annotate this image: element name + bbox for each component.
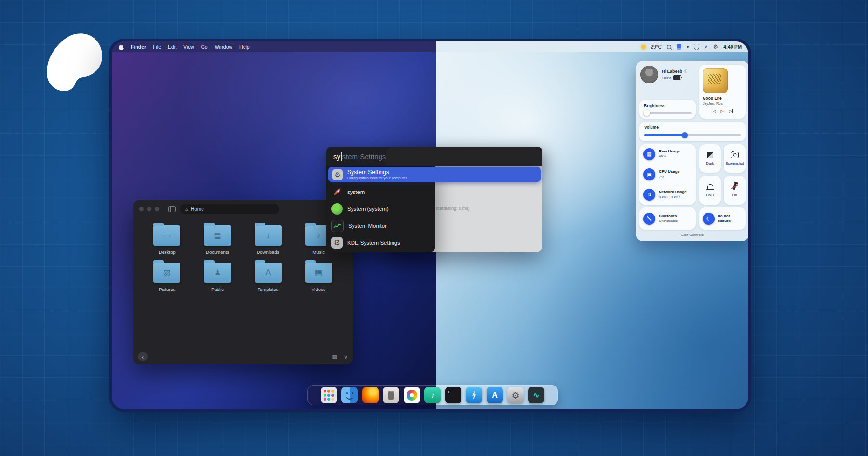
minimize-window-icon[interactable] (147, 207, 151, 211)
spotlight-search-input[interactable]: sy stem Settings (326, 147, 542, 166)
maximize-window-icon[interactable] (155, 207, 159, 211)
view-grid-icon[interactable]: ▦ (332, 354, 337, 360)
clock-label[interactable]: 4:40 PM (723, 44, 742, 50)
menu-view[interactable]: View (183, 44, 194, 50)
dnd-tile[interactable]: DND (699, 176, 721, 205)
menu-edit[interactable]: Edit (168, 44, 176, 50)
greeting-label: Hi Labeeb (662, 69, 682, 74)
folder-pictures[interactable]: Pictures (143, 263, 191, 292)
sort-chevron-icon[interactable]: ∨ (344, 354, 348, 360)
music-card: Good Life JayJen, Roa ◁ ▷ ▷ (699, 65, 746, 119)
brightness-knob[interactable] (643, 110, 650, 116)
file-manager-titlebar[interactable]: ⌂ Home (133, 200, 353, 218)
result-kde-system-settings[interactable]: ⚙ KDE System Settings (326, 234, 435, 251)
dock-finder-icon[interactable] (341, 387, 358, 403)
dnd-label: DND (706, 193, 714, 197)
settings-gear-icon[interactable]: ⚙ (713, 44, 718, 50)
torch-label: On (732, 193, 737, 197)
dark-mode-icon (707, 152, 713, 158)
chevron-down-icon[interactable]: ∨ (705, 45, 708, 49)
menu-help[interactable]: Help (239, 44, 250, 50)
folder-templates[interactable]: Templates (244, 263, 292, 292)
sidebar-toggle-icon[interactable] (168, 206, 176, 212)
brightness-slider[interactable] (644, 112, 692, 114)
result-system-dash[interactable]: system- (326, 183, 435, 200)
screenshot-tile[interactable]: Screenshot (724, 144, 746, 173)
volume-label: Volume (644, 125, 741, 130)
user-avatar[interactable] (640, 66, 658, 83)
do-not-disturb-icon: ☾ (703, 213, 715, 225)
recording-dot-icon[interactable] (687, 46, 689, 48)
security-shield-icon[interactable] (694, 44, 699, 50)
menu-bar-status: 29°C ∨ ⚙ 4:40 PM (641, 44, 742, 50)
volume-knob[interactable] (682, 132, 688, 138)
desktop-screen: Finder File Edit View Go Window Help 29°… (112, 41, 748, 409)
folder-documents[interactable]: Documents (193, 225, 242, 255)
dock: ♪ ›_ A ⚙ ∿ (307, 385, 558, 405)
dock-photos-icon[interactable] (404, 387, 420, 403)
menu-go[interactable]: Go (201, 44, 208, 50)
dock-archive-utility-icon[interactable] (383, 387, 399, 403)
moon-icon: ☾ (684, 69, 688, 74)
apple-menu-icon[interactable] (119, 44, 124, 50)
folder-public[interactable]: Public (193, 263, 242, 292)
search-icon[interactable] (667, 45, 671, 49)
torch-icon (732, 184, 736, 190)
result-system-system[interactable]: System (system) (326, 200, 435, 217)
edit-controls-link[interactable]: Edit Controls (639, 233, 746, 237)
folder-grid: Desktop Documents Downloads Music Pictur… (133, 218, 353, 349)
network-usage-stat[interactable]: ⇅ Network Usage 0 kB ↓, 0 kB ↑ (643, 189, 692, 201)
close-window-icon[interactable] (139, 207, 144, 211)
brightness-card: Brightness (639, 100, 696, 119)
dock-system-settings-icon[interactable]: ⚙ (507, 387, 524, 403)
home-icon: ⌂ (185, 207, 188, 212)
dock-music-icon[interactable]: ♪ (424, 387, 441, 403)
do-not-disturb-card[interactable]: ☾ Do not disturb (699, 207, 746, 230)
ram-usage-value: 46% (659, 154, 680, 159)
dock-terminal-icon[interactable]: ›_ (445, 387, 461, 403)
menu-bar-menus: Finder File Edit View Go Window Help (119, 44, 250, 50)
network-usage-value: 0 kB ↓, 0 kB ↑ (659, 195, 687, 200)
do-not-disturb-label: Do not disturb (718, 214, 742, 224)
bluetooth-card[interactable]: Bluetooth Unavailable (639, 207, 696, 230)
folder-icon (204, 225, 231, 246)
dock-text-editor-icon[interactable]: ∿ (528, 387, 544, 403)
folder-icon (255, 263, 282, 283)
dark-mode-tile[interactable]: Dark (699, 144, 721, 173)
file-manager-window: ⌂ Home Desktop Documents Downloads (133, 200, 353, 364)
folder-label: Downloads (257, 249, 279, 255)
folder-videos[interactable]: Videos (295, 263, 343, 292)
result-system-monitor[interactable]: System Monitor (326, 217, 435, 234)
cpu-usage-stat[interactable]: ▣ CPU Usage 7% (643, 168, 692, 180)
previous-track-icon[interactable]: ◁ (712, 109, 716, 113)
address-bar[interactable]: ⌂ Home (180, 204, 279, 214)
bluetooth-icon (643, 213, 655, 225)
dock-firefox-icon[interactable] (362, 387, 379, 403)
ram-usage-stat[interactable]: ▦ Ram Usage 46% (643, 148, 692, 160)
dock-app-store-icon[interactable]: A (487, 387, 503, 403)
result-system-settings-selected[interactable]: ⚙ System Settings Configuration tools fo… (328, 167, 541, 182)
menu-finder[interactable]: Finder (131, 44, 146, 50)
menu-window[interactable]: Window (215, 44, 232, 50)
dock-plasma-app-icon[interactable] (466, 387, 482, 403)
patreon-logo-icon (46, 33, 103, 107)
rocket-icon (331, 186, 343, 198)
folder-desktop[interactable]: Desktop (143, 225, 191, 255)
play-icon[interactable]: ▷ (721, 109, 724, 113)
album-art[interactable] (703, 68, 728, 93)
volume-fill (644, 134, 685, 136)
search-completion-text: stem Settings (342, 152, 386, 161)
weather-sun-icon[interactable] (641, 45, 646, 49)
folder-downloads[interactable]: Downloads (244, 225, 292, 255)
menu-file[interactable]: File (153, 44, 161, 50)
back-button[interactable]: ‹ (138, 352, 148, 361)
input-method-icon[interactable] (677, 44, 681, 50)
monitor-graph-icon (331, 220, 344, 232)
volume-slider[interactable] (644, 134, 741, 136)
file-manager-bottombar: ‹ ▦ ∨ (133, 349, 353, 364)
folder-label: Desktop (159, 249, 176, 255)
torch-tile[interactable]: On (724, 176, 746, 205)
next-track-icon[interactable]: ▷ (729, 109, 733, 113)
dock-launchpad-icon[interactable] (321, 387, 337, 403)
bell-icon (707, 184, 713, 190)
